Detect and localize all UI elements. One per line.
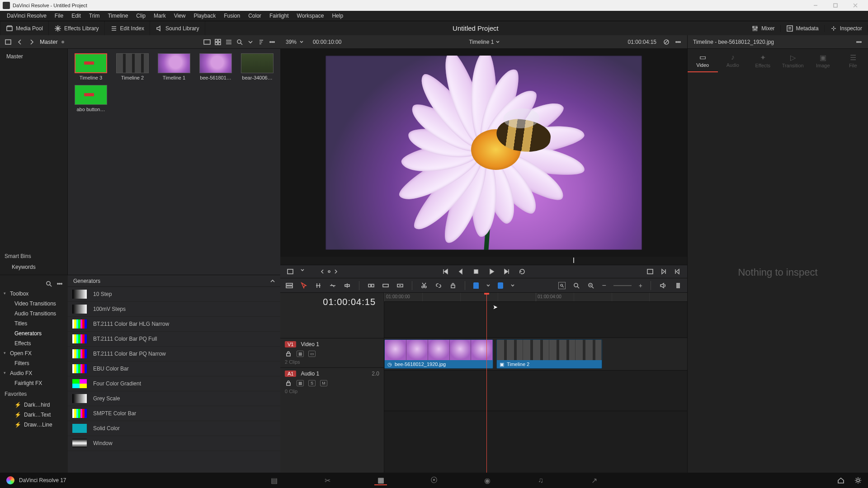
menu-davinci-resolve[interactable]: DaVinci Resolve — [3, 13, 51, 19]
custom-zoom-icon[interactable] — [587, 282, 594, 289]
mixer-button[interactable]: Mixer — [746, 25, 780, 32]
favorite-item[interactable]: ⚡Dark…Text — [2, 410, 66, 420]
inspector-tab-file[interactable]: ☰File — [838, 49, 868, 72]
media-thumb[interactable] — [199, 53, 232, 73]
fx-more-icon[interactable] — [56, 280, 63, 287]
tree-item[interactable]: Filters — [2, 358, 66, 368]
effect-item[interactable]: EBU Color Bar — [68, 361, 280, 376]
sort-icon[interactable] — [258, 38, 265, 46]
media-item[interactable]: Timeline 2 — [113, 53, 152, 80]
page-color[interactable]: ◉ — [481, 475, 494, 485]
menu-view[interactable]: View — [170, 13, 190, 19]
grid-view-icon[interactable] — [214, 38, 222, 46]
more-icon[interactable] — [675, 38, 682, 46]
effect-item[interactable]: BT.2111 Color Bar PQ Full — [68, 332, 280, 347]
effect-item[interactable]: Window — [68, 436, 280, 451]
media-pool-button[interactable]: Media Pool — [0, 21, 49, 35]
back-icon[interactable] — [16, 38, 24, 46]
menu-fusion[interactable]: Fusion — [220, 13, 244, 19]
flag-icon[interactable] — [473, 282, 479, 289]
lock-icon[interactable] — [285, 350, 292, 357]
track-head-v1[interactable]: V1Video 1 ▦ ▭ 2 Clips — [280, 338, 384, 367]
solo-icon[interactable]: S — [308, 380, 316, 386]
window-minimize[interactable] — [806, 0, 826, 11]
inspector-tab-effects[interactable]: ✦Effects — [748, 49, 778, 72]
link-icon[interactable] — [435, 282, 442, 289]
effect-item[interactable]: Solid Color — [68, 421, 280, 436]
page-deliver[interactable]: ↗ — [588, 475, 600, 485]
collapse-icon[interactable] — [270, 279, 275, 283]
page-fusion[interactable]: ⦿ — [428, 475, 440, 485]
effect-item[interactable]: BT.2111 Color Bar HLG Narrow — [68, 317, 280, 332]
tree-item[interactable]: Generators — [2, 328, 66, 338]
fx-search-icon[interactable] — [45, 280, 52, 287]
timeline-view-icon[interactable] — [286, 282, 293, 289]
effect-item[interactable]: Four Color Gradient — [68, 376, 280, 391]
tree-item[interactable]: Effects — [2, 338, 66, 348]
media-thumb[interactable] — [241, 53, 274, 73]
inspector-tab-transition[interactable]: ▷Transition — [778, 49, 808, 72]
effect-item[interactable]: BT.2111 Color Bar PQ Narrow — [68, 347, 280, 361]
viewer[interactable] — [280, 49, 687, 257]
match-frame-icon[interactable] — [646, 268, 654, 275]
tree-audiofx[interactable]: Audio FX — [2, 368, 66, 378]
zoom-in-button[interactable]: + — [639, 282, 642, 289]
track-badge[interactable]: V1 — [285, 341, 296, 347]
media-item[interactable]: Timeline 3 — [71, 53, 110, 80]
timeline-ruler[interactable]: 01:00:00:0001:00:04:0001:00:08:00 — [384, 293, 687, 302]
timeline-timecode[interactable]: 01:00:04:15 — [280, 293, 384, 311]
project-settings-icon[interactable] — [854, 477, 862, 484]
menu-timeline[interactable]: Timeline — [104, 13, 132, 19]
track-head-a1[interactable]: A1Audio 12.0 ▦ S M 0 Clip — [280, 367, 384, 397]
window-maximize[interactable] — [826, 0, 845, 11]
tree-item[interactable]: Audio Transitions — [2, 309, 66, 319]
media-thumb[interactable] — [75, 53, 107, 73]
tree-openfx[interactable]: Open FX — [2, 348, 66, 358]
tree-item[interactable]: Titles — [2, 319, 66, 328]
media-thumb[interactable] — [116, 53, 149, 73]
effect-item[interactable]: 10 Step — [68, 287, 280, 302]
page-fairlight[interactable]: ♫ — [534, 475, 547, 485]
chevron-down-icon[interactable] — [247, 38, 254, 46]
lock-icon[interactable] — [449, 282, 457, 289]
favorite-item[interactable]: ⚡Dark…hird — [2, 400, 66, 410]
next-edit-icon[interactable] — [334, 269, 338, 274]
go-start-icon[interactable] — [442, 268, 449, 275]
mute-icon[interactable]: M — [320, 380, 327, 386]
inspector-tab-image[interactable]: ▣Image — [808, 49, 838, 72]
go-end-icon[interactable] — [503, 268, 510, 275]
menu-workspace[interactable]: Workspace — [293, 13, 328, 19]
effect-item[interactable]: SMPTE Color Bar — [68, 406, 280, 421]
lock-icon[interactable] — [285, 380, 292, 387]
menu-help[interactable]: Help — [328, 13, 347, 19]
step-back-icon[interactable] — [457, 268, 464, 275]
zoom-out-button[interactable]: − — [602, 282, 606, 290]
viewer-mode-icon[interactable] — [287, 268, 294, 275]
dim-icon[interactable] — [675, 282, 682, 289]
breadcrumb[interactable]: Master — [40, 38, 58, 45]
menu-clip[interactable]: Clip — [132, 13, 150, 19]
mini-scrubber[interactable] — [280, 257, 687, 265]
stop-icon[interactable] — [472, 268, 480, 275]
bypass-icon[interactable] — [663, 38, 670, 46]
current-edit-icon[interactable] — [327, 270, 331, 273]
viewer-timeline-name[interactable]: Timeline 1 — [469, 39, 494, 45]
loop-icon[interactable] — [519, 268, 526, 275]
prev-edit-icon[interactable] — [320, 269, 325, 274]
inspector-tab-video[interactable]: ▭Video — [688, 49, 718, 72]
page-media[interactable]: ▤ — [268, 475, 280, 485]
menu-trim[interactable]: Trim — [85, 13, 104, 19]
prev-clip-icon[interactable] — [674, 268, 681, 275]
playhead[interactable] — [486, 293, 487, 473]
page-edit[interactable]: ▦ — [374, 475, 387, 485]
track-v1[interactable]: ◷bee-5618012_1920.jpg▣Timeline 2 — [384, 338, 687, 371]
blade-icon[interactable] — [420, 282, 428, 289]
search-icon[interactable] — [236, 38, 243, 46]
disable-video-icon[interactable]: ▭ — [308, 351, 316, 357]
track-badge[interactable]: A1 — [285, 371, 296, 377]
media-item[interactable]: bee-561801… — [196, 53, 235, 80]
monitor-audio-icon[interactable] — [659, 282, 666, 289]
auto-select-icon[interactable]: ▦ — [297, 351, 304, 357]
forward-icon[interactable] — [28, 38, 35, 46]
blade-tool-icon[interactable] — [344, 282, 351, 289]
